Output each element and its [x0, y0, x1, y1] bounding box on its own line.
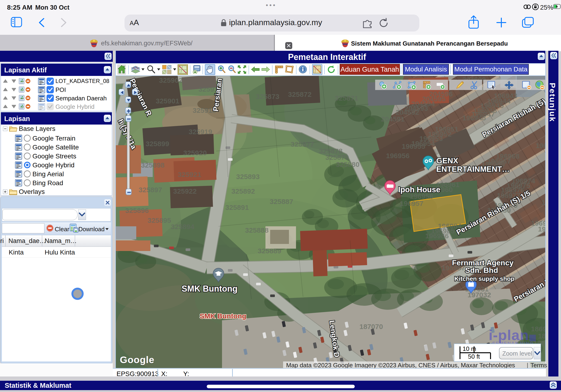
svg-text:196948: 196948	[462, 114, 486, 122]
svg-text:325889: 325889	[258, 247, 281, 255]
svg-text:325873: 325873	[256, 93, 279, 100]
svg-text:325894: 325894	[171, 223, 194, 230]
svg-text:187070: 187070	[359, 323, 383, 330]
svg-text:ENTERTAINMENT…: ENTERTAINMENT…	[436, 165, 510, 174]
svg-text:325887: 325887	[270, 198, 293, 205]
svg-text:325896: 325896	[125, 207, 149, 214]
svg-text:325922: 325922	[173, 187, 197, 195]
svg-text:SMK Buntong: SMK Buntong	[200, 312, 246, 320]
svg-text:SMK Buntong: SMK Buntong	[182, 284, 237, 294]
svg-text:196986: 196986	[425, 232, 449, 240]
svg-text:325921: 325921	[178, 171, 201, 178]
svg-text:325902: 325902	[159, 76, 183, 84]
svg-text:325877: 325877	[291, 140, 314, 148]
svg-text:325897: 325897	[139, 186, 162, 194]
svg-text:196996: 196996	[531, 219, 546, 227]
svg-text:325901: 325901	[156, 97, 179, 105]
svg-text:325899: 325899	[146, 140, 169, 148]
svg-text:Ipoh House: Ipoh House	[398, 185, 441, 194]
svg-text:196970: 196970	[536, 142, 546, 150]
svg-text:325920: 325920	[183, 149, 207, 157]
svg-text:325879: 325879	[325, 153, 349, 161]
svg-text:325888: 325888	[245, 226, 269, 234]
svg-text:186975: 186975	[538, 332, 546, 340]
svg-text:325919: 325919	[189, 128, 212, 136]
svg-text:325872: 325872	[288, 90, 312, 98]
svg-text:325892: 325892	[231, 187, 255, 195]
svg-text:GENX: GENX	[436, 156, 458, 165]
svg-text:Fernmart Agency: Fernmart Agency	[452, 259, 514, 267]
svg-text:Sdn. Bhd: Sdn. Bhd	[465, 266, 498, 274]
svg-text:204591: 204591	[381, 115, 405, 123]
svg-text:196955: 196955	[402, 142, 425, 150]
svg-text:325871: 325871	[335, 94, 358, 102]
svg-text:325898: 325898	[141, 161, 164, 169]
svg-text:196956: 196956	[386, 152, 410, 160]
svg-text:325891: 325891	[225, 204, 249, 211]
svg-text:325893: 325893	[236, 173, 259, 181]
svg-text:325880: 325880	[336, 161, 359, 168]
svg-text:Kitchen supply shop: Kitchen supply shop	[454, 275, 515, 282]
svg-text:325895: 325895	[148, 217, 171, 224]
svg-text:196957: 196957	[400, 199, 423, 207]
